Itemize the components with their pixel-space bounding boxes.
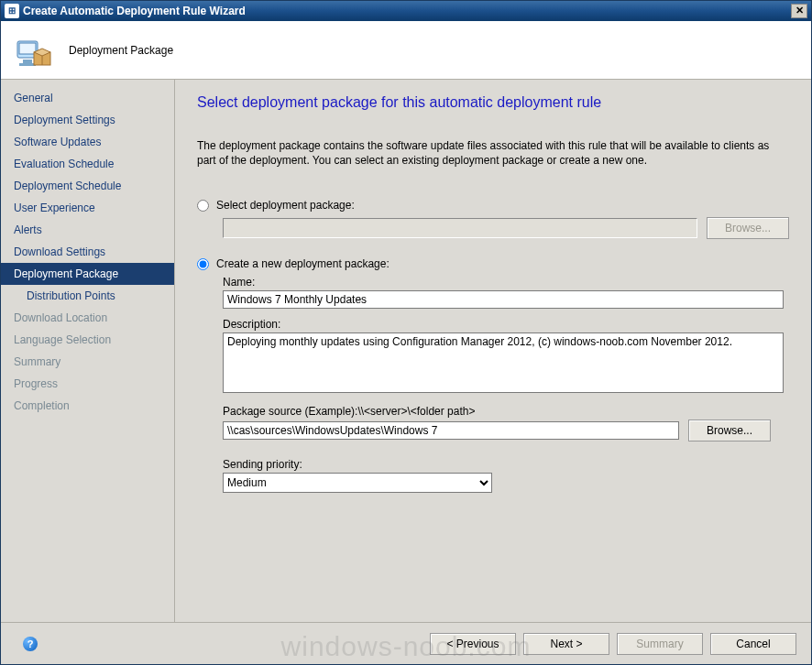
radio-create-row: Create a new deployment package: [197, 257, 789, 270]
source-label: Package source (Example):\\<server>\<fol… [223, 405, 789, 418]
banner-label: Deployment Package [69, 44, 173, 57]
deployment-package-icon [12, 28, 56, 72]
sidebar: General Deployment Settings Software Upd… [1, 80, 175, 622]
step-download-settings[interactable]: Download Settings [1, 241, 174, 263]
step-evaluation-schedule[interactable]: Evaluation Schedule [1, 153, 174, 175]
step-language-selection: Language Selection [1, 329, 174, 351]
cancel-button[interactable]: Cancel [710, 633, 796, 655]
header-banner: Deployment Package [1, 21, 811, 80]
step-software-updates[interactable]: Software Updates [1, 131, 174, 153]
content-pane: Select deployment package for this autom… [175, 80, 811, 622]
name-field-group: Name: [223, 276, 789, 309]
source-input[interactable] [223, 421, 679, 440]
step-completion: Completion [1, 395, 174, 417]
priority-select[interactable]: Medium [223, 473, 492, 493]
radio-create-label: Create a new deployment package: [216, 257, 390, 270]
next-button[interactable]: Next > [523, 633, 609, 655]
wizard-window: ⊞ Create Automatic Deployment Rule Wizar… [0, 0, 812, 665]
step-alerts[interactable]: Alerts [1, 219, 174, 241]
step-distribution-points[interactable]: Distribution Points [1, 285, 174, 307]
wizard-title-icon: ⊞ [5, 4, 19, 18]
intro-text: The deployment package contains the soft… [197, 138, 789, 168]
step-summary: Summary [1, 351, 174, 373]
close-button[interactable]: ✕ [791, 4, 807, 18]
description-label: Description: [223, 318, 789, 331]
name-label: Name: [223, 276, 789, 289]
source-row: Browse... [223, 420, 789, 442]
svg-rect-3 [19, 63, 36, 66]
existing-package-combo [223, 218, 697, 238]
select-package-row: Browse... [223, 217, 789, 239]
name-input[interactable] [223, 290, 784, 309]
radio-select-label: Select deployment package: [216, 199, 355, 212]
help-icon[interactable]: ? [23, 637, 38, 651]
titlebar: ⊞ Create Automatic Deployment Rule Wizar… [1, 1, 811, 21]
step-deployment-package[interactable]: Deployment Package [1, 263, 174, 285]
description-field-group: Description: Deploying monthly updates u… [223, 318, 789, 396]
page-title: Select deployment package for this autom… [197, 94, 789, 111]
svg-rect-2 [23, 60, 32, 63]
step-deployment-schedule[interactable]: Deployment Schedule [1, 175, 174, 197]
browse-source-button[interactable]: Browse... [688, 420, 771, 442]
step-user-experience[interactable]: User Experience [1, 197, 174, 219]
wizard-body: General Deployment Settings Software Upd… [1, 80, 811, 622]
step-deployment-settings[interactable]: Deployment Settings [1, 109, 174, 131]
priority-label: Sending priority: [223, 458, 789, 471]
step-download-location: Download Location [1, 307, 174, 329]
summary-button: Summary [617, 633, 703, 655]
source-label-group: Package source (Example):\\<server>\<fol… [223, 405, 789, 418]
radio-select-package[interactable] [197, 200, 209, 212]
radio-select-row: Select deployment package: [197, 199, 789, 212]
priority-field-group: Sending priority: Medium [223, 458, 789, 493]
window-title: Create Automatic Deployment Rule Wizard [23, 5, 791, 17]
description-textarea[interactable]: Deploying monthly updates using Configur… [223, 332, 784, 393]
previous-button[interactable]: < Previous [430, 633, 516, 655]
browse-existing-button: Browse... [707, 217, 789, 239]
step-progress: Progress [1, 373, 174, 395]
footer: ? < Previous Next > Summary Cancel [1, 622, 811, 664]
radio-create-package[interactable] [197, 258, 209, 270]
step-general[interactable]: General [1, 87, 174, 109]
